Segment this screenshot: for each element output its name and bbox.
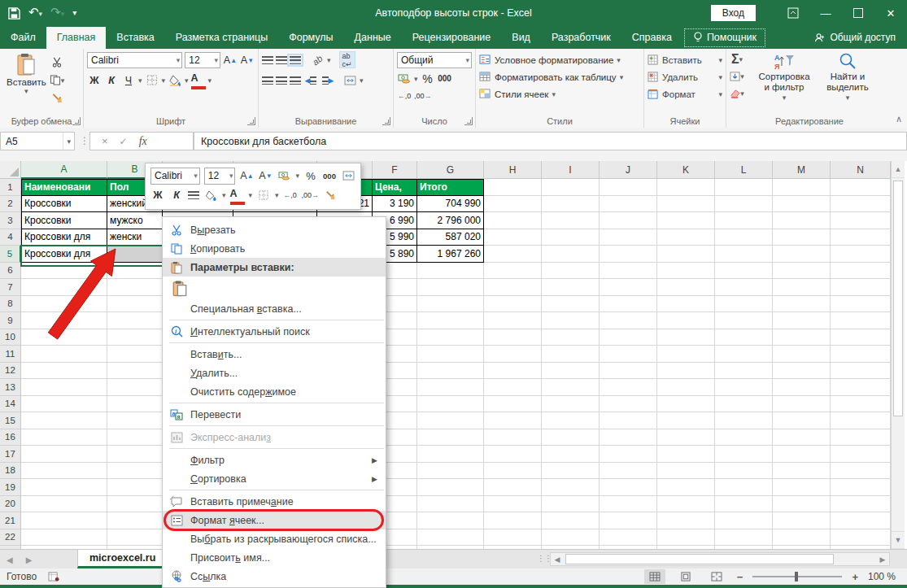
cell-K5[interactable] bbox=[657, 246, 715, 263]
cell-G10[interactable] bbox=[417, 329, 484, 346]
cell-I2[interactable] bbox=[542, 196, 600, 213]
cell-B13[interactable] bbox=[107, 379, 163, 396]
increase-font-icon[interactable]: A▲ bbox=[223, 53, 238, 68]
enter-icon[interactable]: ✓ bbox=[120, 136, 128, 147]
cell-B12[interactable] bbox=[107, 363, 163, 380]
cell-L13[interactable] bbox=[715, 379, 773, 396]
cell-J3[interactable] bbox=[600, 212, 657, 229]
zoom-slider[interactable] bbox=[752, 576, 842, 577]
cell-H22[interactable] bbox=[484, 529, 542, 547]
column-header-L[interactable]: L bbox=[715, 161, 773, 179]
number-dialog-launcher-icon[interactable] bbox=[464, 117, 473, 125]
mini-font-size-combo[interactable]: 12▾ bbox=[204, 168, 236, 185]
cell-J15[interactable] bbox=[600, 412, 657, 429]
cell-N8[interactable] bbox=[831, 296, 891, 313]
sort-filter-button[interactable]: АЯ Сортировка и фильтр ▾ bbox=[751, 51, 818, 104]
autosum-button[interactable]: Σ▾ bbox=[730, 51, 744, 67]
cell-M17[interactable] bbox=[773, 446, 831, 463]
cell-N14[interactable] bbox=[831, 396, 891, 413]
cell-G8[interactable] bbox=[417, 296, 484, 313]
cell-B9[interactable] bbox=[107, 312, 163, 329]
row-header-1[interactable]: 1 bbox=[0, 179, 21, 196]
scroll-down-icon[interactable]: ▼ bbox=[892, 531, 905, 549]
horizontal-scroll-thumb[interactable] bbox=[565, 554, 834, 564]
cell-M11[interactable] bbox=[773, 346, 831, 363]
cell-L16[interactable] bbox=[715, 429, 773, 446]
cell-L2[interactable] bbox=[715, 196, 773, 213]
cell-G2[interactable]: 704 990 bbox=[417, 196, 484, 213]
cell-A7[interactable] bbox=[21, 279, 107, 296]
column-header-G[interactable]: G bbox=[417, 161, 484, 179]
cell-B22[interactable] bbox=[107, 529, 163, 547]
cell-A17[interactable] bbox=[21, 446, 107, 463]
row-header-22[interactable]: 22 bbox=[0, 529, 21, 547]
vertical-scroll-thumb[interactable] bbox=[893, 181, 903, 416]
cell-A16[interactable] bbox=[21, 429, 107, 446]
cell-J4[interactable] bbox=[600, 229, 657, 246]
zoom-level[interactable]: 100 % bbox=[868, 571, 896, 582]
row-header-17[interactable]: 17 bbox=[0, 446, 21, 463]
name-box[interactable]: A5 ▾ bbox=[0, 132, 75, 150]
scroll-left-icon[interactable]: ◀ bbox=[551, 555, 564, 564]
cell-G12[interactable] bbox=[417, 363, 484, 380]
alignment-dialog-launcher-icon[interactable] bbox=[382, 117, 390, 125]
cell-A13[interactable] bbox=[21, 379, 107, 396]
column-header-M[interactable]: M bbox=[773, 161, 831, 179]
cell-K3[interactable] bbox=[657, 212, 715, 229]
cell-I7[interactable] bbox=[542, 279, 600, 296]
cell-H20[interactable] bbox=[484, 496, 542, 513]
format-cells-button[interactable]: Формат▾ bbox=[648, 85, 722, 102]
mini-currency-icon[interactable] bbox=[277, 168, 291, 184]
cell-N17[interactable] bbox=[831, 446, 891, 463]
cell-L5[interactable] bbox=[715, 246, 773, 263]
cell-H19[interactable] bbox=[484, 479, 542, 496]
cell-A2[interactable]: Кроссовки bbox=[21, 196, 107, 213]
font-color-icon[interactable]: А bbox=[191, 72, 206, 88]
cell-I22[interactable] bbox=[542, 529, 600, 547]
horizontal-scrollbar[interactable]: ◀ ▶ bbox=[550, 552, 890, 566]
cell-L17[interactable] bbox=[715, 446, 773, 463]
column-header-H[interactable]: H bbox=[484, 161, 542, 179]
fill-color-icon[interactable] bbox=[168, 72, 182, 88]
cell-J5[interactable] bbox=[600, 246, 657, 263]
macro-record-icon[interactable] bbox=[48, 572, 59, 581]
cell-L20[interactable] bbox=[715, 496, 773, 513]
cell-K9[interactable] bbox=[657, 312, 715, 329]
cell-A18[interactable] bbox=[21, 463, 107, 480]
font-size-combo[interactable]: 12▾ bbox=[185, 52, 220, 68]
cell-J9[interactable] bbox=[600, 312, 657, 329]
decrease-decimal-icon[interactable]: ,00→ bbox=[414, 88, 432, 103]
paste-button[interactable]: Вставить ▾ bbox=[3, 51, 50, 106]
align-left-icon[interactable] bbox=[262, 76, 273, 85]
cell-K12[interactable] bbox=[657, 363, 715, 380]
collapse-ribbon-icon[interactable]: ∧ bbox=[896, 114, 902, 124]
menu-item-фильтр[interactable]: Фильтр▶ bbox=[163, 451, 386, 469]
cell-G20[interactable] bbox=[417, 496, 484, 513]
cell-M12[interactable] bbox=[773, 363, 831, 380]
cell-A11[interactable] bbox=[21, 346, 107, 363]
cell-J21[interactable] bbox=[600, 512, 657, 529]
menu-item-вставить-примечание[interactable]: Вставить примечание bbox=[163, 492, 386, 511]
mini-increase-font-icon[interactable]: A▲ bbox=[239, 168, 254, 184]
cell-I1[interactable] bbox=[542, 179, 600, 196]
cell-A10[interactable] bbox=[21, 329, 107, 346]
cell-L3[interactable] bbox=[715, 212, 773, 229]
cell-K15[interactable] bbox=[657, 412, 715, 429]
cell-I11[interactable] bbox=[542, 346, 600, 363]
cell-A21[interactable] bbox=[21, 512, 107, 529]
tab-файл[interactable]: Файл bbox=[0, 27, 46, 49]
bold-button[interactable]: Ж bbox=[87, 72, 102, 88]
format-as-table-button[interactable]: Форматировать как таблицу▾ bbox=[479, 68, 640, 85]
cell-M18[interactable] bbox=[773, 463, 831, 480]
mini-bold-button[interactable]: Ж bbox=[150, 188, 165, 203]
cell-F1[interactable]: Цена, bbox=[373, 179, 417, 196]
increase-indent-icon[interactable]: ▶ bbox=[321, 72, 335, 88]
cell-L22[interactable] bbox=[715, 529, 773, 547]
borders-icon[interactable] bbox=[145, 72, 159, 88]
menu-item-ссылка[interactable]: Ссылка bbox=[163, 567, 386, 586]
clear-button[interactable]: ▾ bbox=[730, 85, 744, 101]
maximize-button[interactable] bbox=[842, 0, 874, 26]
cell-A4[interactable]: Кроссовки для bbox=[21, 229, 107, 246]
column-header-I[interactable]: I bbox=[542, 161, 600, 179]
percent-icon[interactable]: % bbox=[421, 71, 435, 86]
